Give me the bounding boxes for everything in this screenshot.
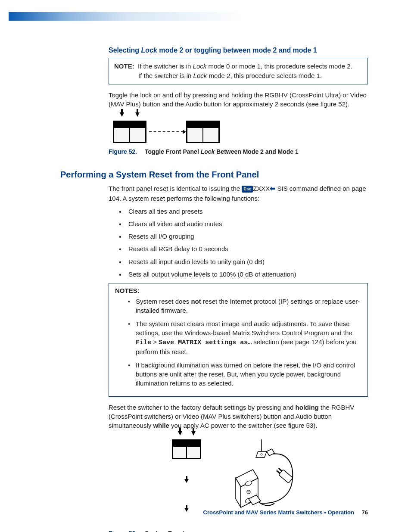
panel-with-arrows-icon	[113, 121, 146, 143]
text-italic: Lock	[193, 62, 207, 70]
text-mono: Save MATRIX settings as…	[159, 339, 252, 346]
down-arrow-icon	[184, 508, 189, 512]
list-item: If background illumination was turned on…	[128, 361, 361, 388]
text: The front panel reset is identical to is…	[109, 185, 242, 192]
footer-text: CrossPoint and MAV Series Matrix Switche…	[203, 509, 354, 516]
reset-functions-list: Clears all ties and presets Clears all v…	[109, 207, 368, 279]
text: System Reset	[145, 530, 184, 532]
list-item: Resets all RGB delay to 0 seconds	[119, 245, 368, 253]
text: Reset the switcher to the factory defaul…	[109, 404, 296, 411]
figure-53-caption: Figure 53. System Reset	[109, 530, 368, 532]
text: Between Mode 2 and Mode 1	[215, 148, 298, 155]
svg-rect-4	[278, 468, 282, 472]
text: System reset does	[136, 298, 191, 305]
page-content: Selecting Lock mode 2 or toggling betwee…	[0, 21, 411, 532]
down-arrow-icon	[184, 479, 189, 483]
dashed-arrow-icon	[149, 131, 184, 132]
text-bold: not	[191, 298, 201, 305]
svg-rect-5	[276, 470, 280, 474]
text: If the switcher is in	[138, 72, 193, 79]
list-item: System reset does not reset the Internet…	[128, 297, 361, 315]
paragraph-reset-procedure: Reset the switcher to the factory defaul…	[109, 403, 368, 430]
list-item: Resets all I/O grouping	[119, 232, 368, 241]
text: The system reset clears most image and a…	[136, 320, 352, 336]
list-item: Clears all video and audio mutes	[119, 220, 368, 228]
svg-rect-1	[256, 451, 267, 457]
text-mono: File	[136, 339, 151, 346]
subheading-selecting-lock: Selecting Lock mode 2 or toggling betwee…	[109, 47, 368, 54]
figure-number: Figure 53.	[109, 530, 137, 532]
text-italic: Lock	[141, 47, 157, 54]
text: you apply AC power to the switcher (see …	[169, 422, 318, 429]
list-item: Clears all ties and presets	[119, 207, 368, 216]
note-box-1: NOTE: If the switcher is in Lock mode 0 …	[109, 58, 368, 84]
text: >	[151, 338, 159, 345]
text-italic: Lock	[193, 72, 207, 79]
text-bold: holding	[296, 404, 319, 411]
text: If the switcher is in	[138, 62, 193, 70]
panel-with-arrows-icon	[172, 439, 201, 459]
list-item: The system reset clears most image and a…	[128, 319, 361, 356]
esc-key-icon: Esc	[242, 186, 253, 193]
text-code: ZXXX	[253, 185, 270, 192]
paragraph-front-panel-reset: The front panel reset is identical to is…	[109, 184, 368, 203]
list-item: Resets all input audio levels to unity g…	[119, 258, 368, 266]
heading-performing-system-reset: Performing a System Reset from the Front…	[60, 170, 368, 180]
left-arrow-icon: ⬅	[270, 184, 275, 193]
text: mode 2, this procedure selects mode 1.	[207, 72, 322, 79]
page-footer: CrossPoint and MAV Series Matrix Switche…	[203, 509, 368, 516]
text: Toggle Front Panel	[145, 148, 201, 155]
figure-52-caption: Figure 52. Toggle Front Panel Lock Betwe…	[109, 148, 368, 155]
page-number: 76	[362, 509, 368, 516]
text: mode 0 or mode 1, this procedure selects…	[206, 62, 352, 70]
text: Selecting	[109, 47, 141, 54]
list-item: Sets all output volume levels to 100% (0…	[119, 270, 368, 279]
panel-icon	[186, 121, 220, 143]
figure-number: Figure 52.	[109, 148, 137, 155]
paragraph-toggle-lock: Toggle the lock on and off by pressing a…	[109, 90, 368, 109]
svg-rect-3	[279, 470, 293, 483]
figure-52-graphic	[113, 121, 368, 143]
text-bold: while	[153, 422, 169, 429]
notes-label: NOTES:	[115, 287, 361, 294]
notes-box: NOTES: System reset does not reset the I…	[109, 283, 368, 397]
text: mode 2 or toggling between mode 2 and mo…	[157, 47, 317, 54]
text-italic: Lock	[201, 148, 215, 155]
note-label: NOTE:	[114, 62, 134, 70]
header-gradient-band	[9, 12, 402, 21]
